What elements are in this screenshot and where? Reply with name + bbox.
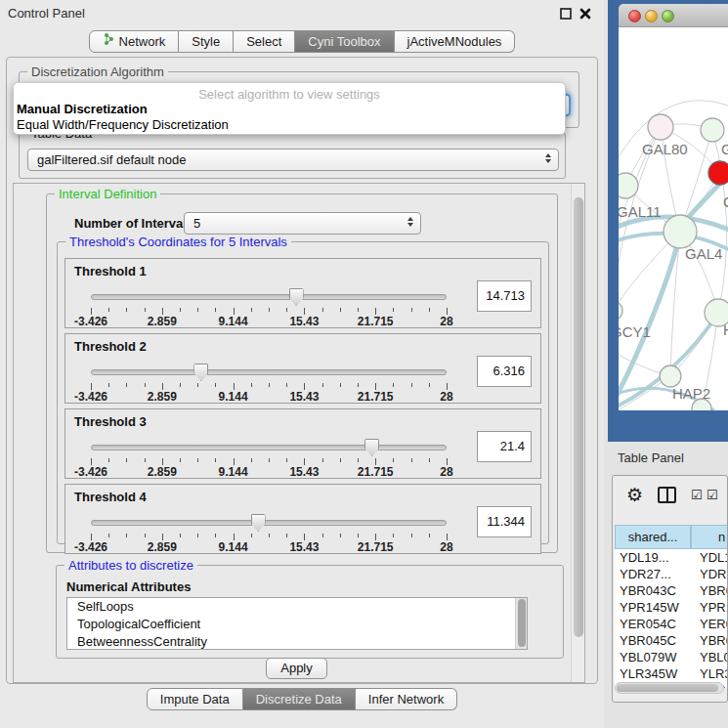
network-view[interactable]: GAL80GACGAL11GAL4GCY1HHAP2: [619, 27, 728, 410]
attribute-item-betweennesscentrality[interactable]: BetweennessCentrality: [67, 633, 527, 650]
cell-shared-name: YDR27...: [615, 566, 691, 582]
network-node[interactable]: [619, 173, 638, 198]
tick-label: 21.715: [358, 540, 394, 554]
table-row[interactable]: YBR045CYBR0: [615, 632, 728, 649]
tick-mark: [375, 308, 376, 315]
table-row[interactable]: YPR145WYPR1: [615, 599, 728, 616]
tick-label: 15.43: [289, 540, 319, 554]
cell-name: YDR2: [691, 566, 728, 582]
list-scrollbar[interactable]: [515, 598, 527, 649]
network-node[interactable]: [660, 365, 681, 387]
network-node[interactable]: [701, 118, 724, 142]
network-node-label: GAL80: [642, 141, 688, 157]
table-row[interactable]: YBL079WYBL0: [615, 649, 728, 665]
table-row[interactable]: YER054CYER0: [615, 616, 728, 632]
tick-label: 21.715: [358, 390, 394, 404]
threshold-slider-1[interactable]: -3.4262.8599.14415.4321.71528: [91, 286, 447, 327]
network-node-label: GAL4: [685, 245, 722, 262]
tab-network[interactable]: Network: [89, 30, 180, 53]
tick-mark: [340, 308, 341, 312]
tick-mark: [429, 458, 430, 462]
tick-mark: [215, 383, 216, 387]
threshold-slider-4[interactable]: -3.4262.8599.14415.4321.71528: [91, 512, 447, 553]
tick-mark: [145, 383, 146, 387]
table-horizontal-scrollbar[interactable]: [615, 682, 724, 694]
threshold-slider-3[interactable]: -3.4262.8599.14415.4321.71528: [91, 437, 447, 478]
network-node-label: GCY1: [619, 323, 651, 340]
threshold-value-field[interactable]: 14.713: [477, 280, 532, 312]
thresholds-group-label: Threshold's Coordinates for 5 Intervals: [65, 235, 291, 249]
tab-infer-network[interactable]: Infer Network: [356, 688, 457, 710]
intervals-select[interactable]: 5: [184, 212, 421, 235]
apply-button[interactable]: Apply: [266, 658, 327, 679]
tick-mark: [126, 534, 127, 537]
gear-icon[interactable]: ⚙: [626, 484, 643, 505]
mac-close-icon[interactable]: [628, 10, 641, 22]
cell-name: YBR0: [691, 582, 728, 599]
dropdown-option-manual-discretization[interactable]: Manual Discretization: [17, 102, 148, 116]
dropdown-option-equal-width-frequency[interactable]: Equal Width/Frequency Discretization: [17, 117, 229, 132]
threshold-value-field[interactable]: 11.344: [477, 506, 532, 537]
threshold-value-field[interactable]: 21.4: [477, 431, 532, 462]
tick-mark: [411, 308, 412, 312]
tick-label: -3.426: [74, 390, 107, 404]
tick-mark: [269, 458, 270, 462]
tick-mark: [411, 383, 412, 387]
network-node-label: H: [723, 321, 728, 338]
table-row[interactable]: YDR27...YDR2: [615, 566, 728, 582]
mac-minimize-icon[interactable]: [645, 10, 658, 22]
cell-shared-name: YLR345W: [615, 665, 691, 682]
table-data-group: Table Data galFiltered.sif default node: [19, 133, 566, 179]
float-window-icon[interactable]: [559, 7, 573, 21]
tab-impute-data[interactable]: Impute Data: [147, 688, 243, 710]
slider-thumb[interactable]: [251, 514, 266, 532]
numerical-attributes-list[interactable]: SelfLoopsTopologicalCoefficientBetweenne…: [66, 597, 528, 650]
tab-discretize-data[interactable]: Discretize Data: [243, 688, 356, 710]
tick-mark: [269, 534, 270, 537]
network-node[interactable]: [708, 161, 728, 185]
tick-mark: [358, 308, 359, 312]
tab-jactivemnodules[interactable]: jActiveMNodules: [395, 30, 516, 53]
slider-thumb[interactable]: [364, 439, 379, 456]
tick-label: 28: [440, 540, 452, 554]
table-row[interactable]: YDL19...YDL1: [615, 549, 728, 566]
tick-mark: [393, 534, 394, 537]
cell-name: YDL1: [691, 549, 728, 566]
tab-cyni-toolbox[interactable]: Cyni Toolbox: [295, 30, 394, 53]
network-node[interactable]: [664, 215, 697, 248]
tick-label: 15.43: [289, 465, 319, 479]
table-row[interactable]: YBR043CYBR0: [615, 582, 728, 599]
attribute-item-selfloops[interactable]: SelfLoops: [67, 598, 527, 616]
threshold-panel-2: Threshold 2-3.4262.8599.14415.4321.71528…: [64, 333, 541, 404]
threshold-label: Threshold 1: [74, 264, 147, 278]
slider-thumb[interactable]: [289, 288, 304, 306]
tick-mark: [126, 383, 127, 387]
tick-mark: [286, 534, 287, 537]
tab-select[interactable]: Select: [234, 30, 295, 53]
checkbox-checked-icon[interactable]: ☑: [691, 488, 703, 502]
threshold-slider-2[interactable]: -3.4262.8599.14415.4321.71528: [91, 362, 447, 403]
tab-style[interactable]: Style: [179, 30, 234, 53]
tick-mark: [180, 383, 181, 387]
attribute-item-topologicalcoefficient[interactable]: TopologicalCoefficient: [67, 616, 527, 633]
mac-zoom-icon[interactable]: [662, 10, 674, 22]
slider-thumb[interactable]: [193, 364, 208, 381]
network-window-titlebar: [619, 4, 728, 27]
thresholds-group: Threshold's Coordinates for 5 Intervals …: [57, 241, 549, 544]
tick-mark: [197, 308, 198, 312]
tick-mark: [108, 383, 109, 387]
settings-scrollbar[interactable]: [571, 184, 584, 682]
interval-definition-group: Interval Definition Number of Intervals …: [46, 193, 558, 553]
table-row[interactable]: YLR345WYLR3: [615, 665, 728, 682]
column-header-name[interactable]: n: [691, 525, 728, 549]
table-data-select[interactable]: galFiltered.sif default node: [27, 149, 559, 171]
split-columns-icon[interactable]: [658, 487, 676, 503]
tick-mark: [375, 534, 376, 540]
control-panel: Control Panel NetworkStyleSelectCyni Too…: [0, 0, 604, 728]
threshold-value-field[interactable]: 6.316: [477, 356, 532, 387]
network-node[interactable]: [648, 114, 673, 140]
close-icon[interactable]: [578, 7, 592, 21]
column-header-shared[interactable]: shared...: [615, 525, 691, 549]
checkbox-checked-icon[interactable]: ☑: [707, 488, 718, 502]
network-node[interactable]: [619, 301, 622, 321]
